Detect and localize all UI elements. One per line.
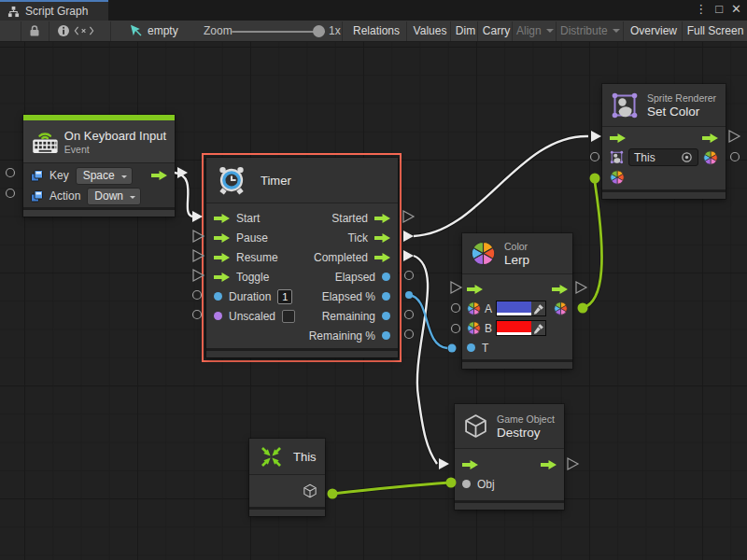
flow-in-port[interactable] — [214, 233, 230, 243]
port-triangle[interactable] — [729, 131, 740, 142]
port-label: Start — [236, 212, 260, 225]
node-category: Color — [504, 241, 529, 252]
flow-in-port[interactable] — [610, 133, 626, 143]
tab-script-graph[interactable]: Script Graph — [0, 0, 108, 21]
value-in-port[interactable] — [214, 312, 222, 320]
port-triangle[interactable] — [403, 211, 414, 222]
color-in-port[interactable] — [467, 301, 481, 315]
node-on-keyboard-input[interactable]: On Keyboard Input Event Key Space Action… — [23, 115, 175, 217]
zoom-slider-knob[interactable] — [313, 25, 325, 37]
value-out-port[interactable] — [382, 331, 390, 340]
port-circle[interactable] — [405, 311, 414, 319]
port-circle[interactable] — [452, 304, 460, 313]
graph-canvas[interactable]: On Keyboard Input Event Key Space Action… — [0, 42, 747, 560]
color-b-field[interactable] — [496, 320, 546, 336]
distribute-button[interactable]: Distribute — [560, 21, 620, 41]
keyboard-icon — [32, 129, 59, 155]
node-subtitle: Event — [64, 144, 166, 155]
info-button[interactable] — [54, 21, 73, 41]
flow-in-port[interactable] — [467, 285, 483, 294]
lock-icon — [28, 24, 41, 37]
port-circle[interactable] — [7, 189, 15, 198]
value-in-port[interactable] — [214, 292, 222, 301]
port-circle[interactable] — [7, 169, 15, 177]
wire-lerp-to-setcolor — [583, 182, 602, 308]
info-icon — [57, 24, 70, 37]
port-label: A — [485, 302, 492, 315]
port-circle[interactable] — [452, 325, 460, 333]
target-field[interactable]: This — [628, 148, 698, 166]
action-dropdown[interactable]: Down — [87, 188, 141, 205]
port-circle[interactable] — [405, 272, 414, 280]
port-triangle[interactable] — [576, 282, 586, 293]
eyedropper-button[interactable] — [531, 321, 545, 335]
flow-in-port[interactable] — [214, 214, 230, 223]
close-icon[interactable]: ✕ — [731, 2, 741, 16]
port-circle[interactable] — [193, 311, 202, 319]
port-triangle[interactable] — [568, 458, 578, 469]
graph-toolbar: empty Zoom 1x Relations Values Dim Carry… — [0, 21, 747, 42]
value-out-port[interactable] — [382, 273, 390, 281]
color-out-port[interactable] — [554, 301, 568, 315]
zoom-slider-track[interactable] — [232, 31, 325, 33]
port-circle[interactable] — [591, 153, 599, 161]
port-triangle[interactable] — [451, 282, 461, 293]
flow-in-port[interactable] — [214, 253, 230, 262]
align-button[interactable]: Align — [516, 21, 554, 41]
menu-icon[interactable]: ⋮ — [695, 2, 707, 16]
wire-arrow — [177, 167, 188, 178]
unscaled-checkbox[interactable] — [282, 310, 295, 323]
maximize-icon[interactable]: □ — [715, 2, 723, 16]
node-color-lerp[interactable]: Color Lerp A B T — [462, 233, 572, 369]
node-set-color[interactable]: Sprite Renderer Set Color This — [602, 84, 726, 199]
variable-icon — [31, 170, 43, 182]
node-timer[interactable]: Timer StartStarted PauseTick ResumeCompl… — [206, 158, 398, 357]
wire-completed-to-destroy — [414, 256, 437, 464]
object-picker-icon[interactable] — [681, 151, 693, 163]
wire-dot — [448, 344, 457, 353]
zoom-value: 1x — [329, 21, 341, 41]
action-label: Action — [49, 189, 80, 203]
color-in-port[interactable] — [610, 170, 625, 185]
port-label: Elapsed — [335, 271, 375, 284]
flow-out-port[interactable] — [374, 233, 390, 243]
value-out-port[interactable] — [382, 312, 390, 320]
relations-button[interactable]: Relations — [347, 21, 405, 41]
game-object-icon — [463, 413, 488, 439]
value-in-port[interactable] — [462, 480, 471, 488]
dim-button[interactable]: Dim — [454, 21, 477, 41]
flow-in-port[interactable] — [462, 460, 478, 469]
key-dropdown[interactable]: Space — [76, 167, 133, 185]
color-a-field[interactable] — [496, 301, 546, 316]
chevron-down-icon — [546, 29, 554, 36]
value-in-port[interactable] — [467, 343, 475, 352]
node-destroy[interactable]: Game Object Destroy Obj — [455, 404, 564, 510]
lock-button[interactable] — [25, 21, 44, 41]
values-button[interactable]: Values — [410, 21, 450, 41]
selection-button[interactable] — [129, 21, 144, 41]
value-out-port[interactable] — [382, 292, 390, 301]
eyedropper-icon — [533, 323, 544, 334]
overview-button[interactable]: Overview — [627, 21, 681, 41]
flow-out-port[interactable] — [151, 171, 167, 180]
carry-button[interactable]: Carry — [481, 21, 512, 41]
port-circle[interactable] — [405, 330, 414, 339]
wire-this-to-obj — [332, 483, 450, 494]
color-in-port[interactable] — [467, 321, 481, 335]
eyedropper-button[interactable] — [531, 301, 545, 315]
color-out-port[interactable] — [703, 150, 718, 165]
fullscreen-button[interactable]: Full Screen — [685, 21, 745, 41]
flow-out-port[interactable] — [374, 214, 390, 223]
code-preview-button[interactable] — [73, 21, 95, 41]
flow-out-port[interactable] — [552, 285, 568, 294]
wire-arrow — [403, 231, 414, 242]
duration-input[interactable]: 1 — [277, 289, 292, 304]
flow-out-port[interactable] — [541, 460, 557, 469]
flow-out-port[interactable] — [374, 253, 390, 262]
game-object-out-port[interactable] — [303, 483, 317, 498]
flow-in-port[interactable] — [214, 273, 230, 282]
port-circle[interactable] — [193, 291, 202, 300]
node-this[interactable]: This — [249, 439, 325, 516]
flow-out-port[interactable] — [702, 133, 718, 143]
port-circle[interactable] — [731, 153, 740, 161]
